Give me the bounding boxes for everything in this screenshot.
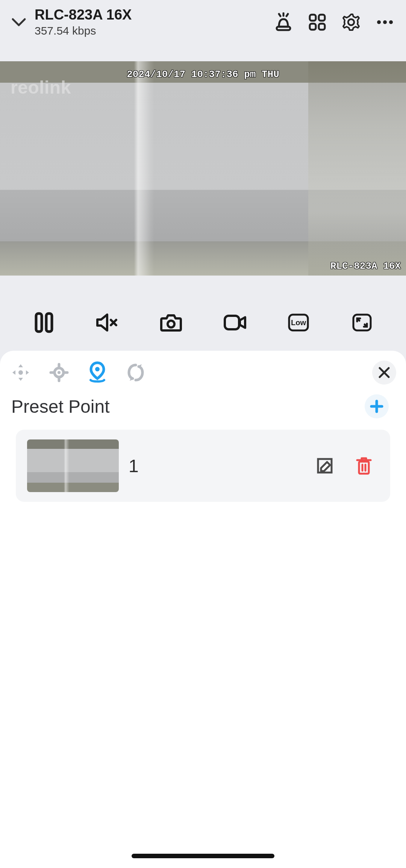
preset-list-item[interactable]: 1 <box>16 430 390 502</box>
add-preset-button[interactable] <box>365 394 389 418</box>
svg-rect-9 <box>36 314 42 332</box>
svg-rect-0 <box>277 27 290 30</box>
svg-point-16 <box>18 370 23 375</box>
svg-text:Low: Low <box>291 318 306 327</box>
svg-point-5 <box>348 19 354 25</box>
app-root: RLC-823A 16X 357.54 kbps <box>0 0 406 868</box>
fullscreen-icon <box>352 313 372 332</box>
svg-point-7 <box>383 20 387 24</box>
svg-point-8 <box>389 20 393 24</box>
chevron-down-icon <box>11 14 27 30</box>
header-bar: RLC-823A 16X 357.54 kbps <box>0 0 406 43</box>
svg-point-19 <box>95 367 100 371</box>
bitrate-label: 357.54 kbps <box>35 24 265 37</box>
more-button[interactable] <box>374 12 395 33</box>
playback-controls: Low <box>0 294 406 351</box>
settings-button[interactable] <box>341 12 362 33</box>
svg-rect-12 <box>225 316 239 329</box>
multiview-button[interactable] <box>307 12 328 33</box>
quality-button[interactable]: Low <box>285 309 312 336</box>
trash-icon <box>356 456 372 475</box>
camera-icon <box>160 313 182 332</box>
mute-button[interactable] <box>94 309 121 336</box>
edit-preset-button[interactable] <box>314 455 335 476</box>
ptz-tab-preset[interactable] <box>86 362 108 383</box>
siren-button[interactable] <box>273 12 294 33</box>
siren-icon <box>274 12 293 32</box>
svg-rect-1 <box>310 15 316 21</box>
close-panel-button[interactable] <box>372 361 396 385</box>
crosshair-icon <box>48 362 70 383</box>
ptz-tab-bar <box>0 351 406 389</box>
svg-point-6 <box>377 20 381 24</box>
edit-icon <box>316 457 334 475</box>
pause-icon <box>35 312 53 333</box>
patrol-icon <box>125 362 146 383</box>
svg-rect-10 <box>46 314 52 332</box>
record-button[interactable] <box>221 309 248 336</box>
camera-title: RLC-823A 16X <box>35 7 265 23</box>
preset-pin-icon <box>87 361 108 384</box>
svg-rect-2 <box>319 15 325 21</box>
preset-section-header: Preset Point <box>0 389 406 422</box>
video-timestamp: 2024/10/17 10:37:36 pm THU <box>0 69 406 80</box>
svg-rect-4 <box>319 24 325 30</box>
svg-rect-15 <box>353 315 371 330</box>
plus-icon <box>369 399 384 414</box>
preset-thumbnail <box>27 439 119 492</box>
pause-button[interactable] <box>30 309 58 336</box>
svg-point-18 <box>58 371 61 374</box>
preset-section-title: Preset Point <box>11 396 109 417</box>
ptz-tab-patrol[interactable] <box>125 362 147 383</box>
delete-preset-button[interactable] <box>353 455 374 476</box>
fullscreen-button[interactable] <box>348 309 376 336</box>
svg-point-11 <box>168 321 174 327</box>
collapse-chevron[interactable] <box>11 14 27 30</box>
gear-icon <box>341 12 361 32</box>
video-record-icon <box>223 314 247 332</box>
grid-icon <box>308 13 327 32</box>
ptz-tab-direction[interactable] <box>10 362 32 383</box>
header-actions <box>273 12 395 33</box>
home-indicator <box>132 854 274 858</box>
video-viewport[interactable]: reolink 2024/10/17 10:37:36 pm THU RLC-8… <box>0 61 406 276</box>
more-horizontal-icon <box>375 12 395 32</box>
speaker-mute-icon <box>96 312 119 333</box>
preset-name-label: 1 <box>129 456 304 476</box>
ptz-tab-focus[interactable] <box>48 362 70 383</box>
camera-title-block[interactable]: RLC-823A 16X 357.54 kbps <box>35 7 265 37</box>
svg-rect-3 <box>310 24 316 30</box>
snapshot-button[interactable] <box>158 309 185 336</box>
ptz-panel: Preset Point 1 <box>0 351 406 868</box>
video-camera-label: RLC-823A 16X <box>330 261 401 272</box>
brand-watermark: reolink <box>11 77 71 98</box>
direction-pad-icon <box>10 362 31 383</box>
close-icon <box>377 366 391 379</box>
svg-rect-21 <box>359 462 369 474</box>
quality-icon: Low <box>288 313 309 332</box>
